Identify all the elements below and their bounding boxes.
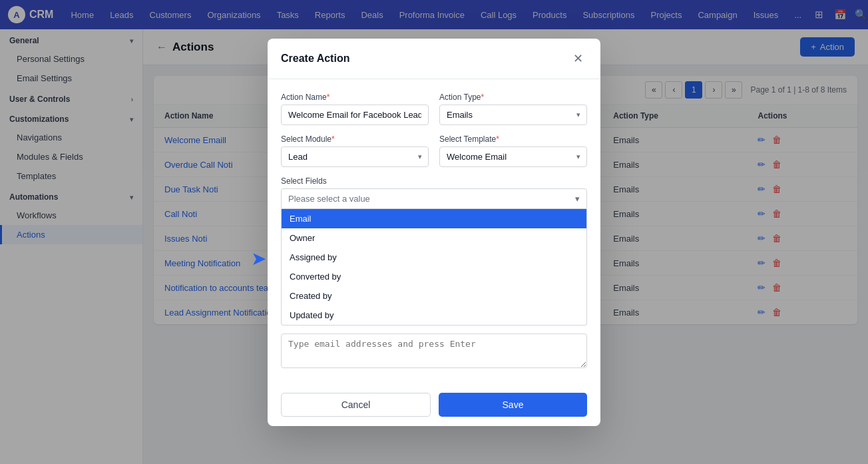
action-name-input[interactable] (281, 105, 429, 125)
arrow-indicator: ➤ (251, 247, 266, 269)
select-fields-dropdown-trigger[interactable]: Please select a value ▾ (281, 188, 587, 209)
modal-header: Create Action ✕ (268, 39, 600, 79)
email-textarea[interactable] (281, 334, 587, 368)
action-type-label: Action Type* (439, 93, 587, 102)
dropdown-item-assigned-by[interactable]: Assigned by (282, 248, 586, 267)
form-group-select-fields: Select Fields Please select a value ▾ Em… (281, 176, 587, 326)
save-button[interactable]: Save (439, 393, 587, 417)
form-row-1: Action Name* Action Type* Emails SMS Not… (281, 93, 587, 125)
select-template-wrapper: Welcome Email Follow Up Reminder ▾ (439, 146, 587, 167)
cancel-button[interactable]: Cancel (281, 393, 431, 417)
select-module-wrapper: Lead Contact Account Deal ▾ (281, 146, 429, 167)
form-group-action-type: Action Type* Emails SMS Notification ▾ (439, 93, 587, 125)
dropdown-item-converted-by[interactable]: Converted by (282, 267, 586, 286)
create-action-modal: Create Action ✕ Action Name* Action Type… (268, 39, 600, 426)
modal-close-button[interactable]: ✕ (568, 49, 587, 68)
select-fields-dropdown: Email Owner Assigned by Converted by Cre… (281, 209, 587, 326)
modal-title: Create Action (281, 53, 349, 65)
dropdown-item-updated-by[interactable]: Updated by (282, 306, 586, 325)
action-name-label: Action Name* (281, 93, 429, 102)
dropdown-item-created-by[interactable]: Created by (282, 286, 586, 306)
form-group-select-module: Select Module* Lead Contact Account Deal… (281, 134, 429, 167)
email-textarea-wrapper (281, 334, 587, 370)
select-template-select[interactable]: Welcome Email Follow Up Reminder (439, 146, 587, 167)
modal-body: Action Name* Action Type* Emails SMS Not… (268, 79, 600, 383)
form-group-select-template: Select Template* Welcome Email Follow Up… (439, 134, 587, 167)
select-fields-label: Select Fields (281, 176, 587, 186)
modal-overlay[interactable]: Create Action ✕ Action Name* Action Type… (0, 0, 868, 464)
action-type-select[interactable]: Emails SMS Notification (439, 105, 587, 125)
form-row-2: Select Module* Lead Contact Account Deal… (281, 134, 587, 167)
form-group-action-name: Action Name* (281, 93, 429, 125)
select-module-select[interactable]: Lead Contact Account Deal (281, 146, 429, 167)
select-template-label: Select Template* (439, 134, 587, 144)
dropdown-item-email[interactable]: Email (282, 209, 586, 228)
action-type-select-wrapper: Emails SMS Notification ▾ (439, 105, 587, 125)
chevron-down-icon-7: ▾ (575, 194, 580, 204)
dropdown-item-owner[interactable]: Owner (282, 228, 586, 248)
select-module-label: Select Module* (281, 134, 429, 144)
modal-footer: Cancel Save (268, 383, 600, 426)
